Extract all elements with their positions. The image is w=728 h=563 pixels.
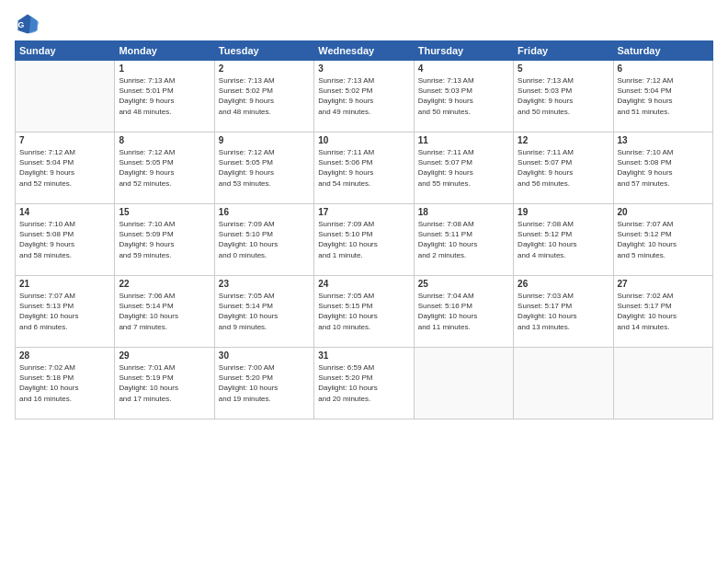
day-number: 8 <box>119 135 210 145</box>
day-info: Sunrise: 7:07 AM Sunset: 5:13 PM Dayligh… <box>19 291 110 332</box>
day-cell: 29Sunrise: 7:01 AM Sunset: 5:19 PM Dayli… <box>115 348 214 419</box>
day-number: 14 <box>19 207 110 217</box>
day-cell: 19Sunrise: 7:08 AM Sunset: 5:12 PM Dayli… <box>514 204 613 276</box>
week-row-1: 1Sunrise: 7:13 AM Sunset: 5:01 PM Daylig… <box>16 61 713 132</box>
day-cell: 9Sunrise: 7:12 AM Sunset: 5:05 PM Daylig… <box>214 132 313 204</box>
day-info: Sunrise: 7:13 AM Sunset: 5:02 PM Dayligh… <box>219 75 310 117</box>
day-info: Sunrise: 7:11 AM Sunset: 5:06 PM Dayligh… <box>318 147 409 189</box>
day-cell: 7Sunrise: 7:12 AM Sunset: 5:04 PM Daylig… <box>16 132 115 204</box>
day-number: 16 <box>219 207 310 217</box>
day-info: Sunrise: 7:10 AM Sunset: 5:08 PM Dayligh… <box>618 147 709 189</box>
day-header-saturday: Saturday <box>613 41 712 61</box>
day-header-friday: Friday <box>514 41 613 61</box>
day-cell: 13Sunrise: 7:10 AM Sunset: 5:08 PM Dayli… <box>613 132 712 204</box>
day-info: Sunrise: 6:59 AM Sunset: 5:20 PM Dayligh… <box>318 362 409 404</box>
day-number: 27 <box>618 279 709 289</box>
day-number: 17 <box>318 207 409 217</box>
day-cell: 24Sunrise: 7:05 AM Sunset: 5:15 PM Dayli… <box>314 276 414 348</box>
day-number: 20 <box>618 207 709 217</box>
day-number: 31 <box>318 350 409 361</box>
day-info: Sunrise: 7:08 AM Sunset: 5:11 PM Dayligh… <box>418 219 509 260</box>
day-header-tuesday: Tuesday <box>214 41 313 61</box>
day-number: 9 <box>219 135 310 145</box>
day-info: Sunrise: 7:10 AM Sunset: 5:08 PM Dayligh… <box>19 219 110 260</box>
day-number: 30 <box>219 350 310 361</box>
day-cell: 16Sunrise: 7:09 AM Sunset: 5:10 PM Dayli… <box>214 204 313 276</box>
day-number: 21 <box>19 279 110 289</box>
day-info: Sunrise: 7:13 AM Sunset: 5:02 PM Dayligh… <box>318 75 409 117</box>
day-info: Sunrise: 7:13 AM Sunset: 5:01 PM Dayligh… <box>119 75 210 117</box>
day-number: 1 <box>119 63 210 74</box>
day-cell: 23Sunrise: 7:05 AM Sunset: 5:14 PM Dayli… <box>214 276 313 348</box>
day-cell: 3Sunrise: 7:13 AM Sunset: 5:02 PM Daylig… <box>314 61 414 132</box>
day-cell <box>16 61 115 132</box>
day-info: Sunrise: 7:05 AM Sunset: 5:14 PM Dayligh… <box>219 291 310 332</box>
day-number: 24 <box>318 279 409 289</box>
day-cell: 30Sunrise: 7:00 AM Sunset: 5:20 PM Dayli… <box>214 348 313 419</box>
svg-text:G: G <box>18 20 25 29</box>
day-number: 3 <box>318 63 409 74</box>
day-cell: 12Sunrise: 7:11 AM Sunset: 5:07 PM Dayli… <box>514 132 613 204</box>
day-number: 12 <box>518 135 609 145</box>
day-header-wednesday: Wednesday <box>314 41 414 61</box>
week-row-2: 7Sunrise: 7:12 AM Sunset: 5:04 PM Daylig… <box>16 132 713 204</box>
day-cell: 21Sunrise: 7:07 AM Sunset: 5:13 PM Dayli… <box>16 276 115 348</box>
day-number: 6 <box>618 63 709 74</box>
week-row-3: 14Sunrise: 7:10 AM Sunset: 5:08 PM Dayli… <box>16 204 713 276</box>
day-number: 29 <box>119 350 210 361</box>
logo-icon: G <box>15 11 40 37</box>
day-cell: 8Sunrise: 7:12 AM Sunset: 5:05 PM Daylig… <box>115 132 214 204</box>
day-cell: 5Sunrise: 7:13 AM Sunset: 5:03 PM Daylig… <box>514 61 613 132</box>
day-info: Sunrise: 7:06 AM Sunset: 5:14 PM Dayligh… <box>119 291 210 332</box>
day-cell: 6Sunrise: 7:12 AM Sunset: 5:04 PM Daylig… <box>613 61 712 132</box>
day-cell: 18Sunrise: 7:08 AM Sunset: 5:11 PM Dayli… <box>414 204 513 276</box>
day-cell <box>613 348 712 419</box>
logo: G <box>15 11 44 37</box>
day-number: 10 <box>318 135 409 145</box>
day-info: Sunrise: 7:02 AM Sunset: 5:18 PM Dayligh… <box>19 362 110 404</box>
day-cell: 17Sunrise: 7:09 AM Sunset: 5:10 PM Dayli… <box>314 204 414 276</box>
week-row-5: 28Sunrise: 7:02 AM Sunset: 5:18 PM Dayli… <box>16 348 713 419</box>
day-cell: 31Sunrise: 6:59 AM Sunset: 5:20 PM Dayli… <box>314 348 414 419</box>
day-info: Sunrise: 7:03 AM Sunset: 5:17 PM Dayligh… <box>518 291 609 332</box>
day-cell: 25Sunrise: 7:04 AM Sunset: 5:16 PM Dayli… <box>414 276 513 348</box>
day-number: 4 <box>418 63 509 74</box>
day-number: 23 <box>219 279 310 289</box>
day-info: Sunrise: 7:09 AM Sunset: 5:10 PM Dayligh… <box>219 219 310 260</box>
day-info: Sunrise: 7:07 AM Sunset: 5:12 PM Dayligh… <box>618 219 709 260</box>
day-number: 5 <box>518 63 609 74</box>
day-number: 13 <box>618 135 709 145</box>
day-info: Sunrise: 7:13 AM Sunset: 5:03 PM Dayligh… <box>418 75 509 117</box>
day-number: 2 <box>219 63 310 74</box>
day-info: Sunrise: 7:10 AM Sunset: 5:09 PM Dayligh… <box>119 219 210 260</box>
day-cell <box>414 348 513 419</box>
day-number: 19 <box>518 207 609 217</box>
day-cell: 15Sunrise: 7:10 AM Sunset: 5:09 PM Dayli… <box>115 204 214 276</box>
day-info: Sunrise: 7:12 AM Sunset: 5:05 PM Dayligh… <box>119 147 210 189</box>
day-info: Sunrise: 7:11 AM Sunset: 5:07 PM Dayligh… <box>418 147 509 189</box>
day-number: 25 <box>418 279 509 289</box>
day-info: Sunrise: 7:02 AM Sunset: 5:17 PM Dayligh… <box>618 291 709 332</box>
day-cell: 10Sunrise: 7:11 AM Sunset: 5:06 PM Dayli… <box>314 132 414 204</box>
day-cell: 20Sunrise: 7:07 AM Sunset: 5:12 PM Dayli… <box>613 204 712 276</box>
day-info: Sunrise: 7:04 AM Sunset: 5:16 PM Dayligh… <box>418 291 509 332</box>
day-info: Sunrise: 7:05 AM Sunset: 5:15 PM Dayligh… <box>318 291 409 332</box>
calendar-page: G SundayMondayTuesdayWednesdayThursdayFr… <box>0 0 728 563</box>
day-cell: 2Sunrise: 7:13 AM Sunset: 5:02 PM Daylig… <box>214 61 313 132</box>
day-info: Sunrise: 7:12 AM Sunset: 5:04 PM Dayligh… <box>19 147 110 189</box>
day-number: 28 <box>19 350 110 361</box>
day-info: Sunrise: 7:00 AM Sunset: 5:20 PM Dayligh… <box>219 362 310 404</box>
day-info: Sunrise: 7:12 AM Sunset: 5:05 PM Dayligh… <box>219 147 310 189</box>
day-info: Sunrise: 7:01 AM Sunset: 5:19 PM Dayligh… <box>119 362 210 404</box>
day-header-sunday: Sunday <box>16 41 115 61</box>
day-number: 22 <box>119 279 210 289</box>
day-number: 11 <box>418 135 509 145</box>
day-cell: 14Sunrise: 7:10 AM Sunset: 5:08 PM Dayli… <box>16 204 115 276</box>
day-cell: 27Sunrise: 7:02 AM Sunset: 5:17 PM Dayli… <box>613 276 712 348</box>
day-header-monday: Monday <box>115 41 214 61</box>
day-number: 18 <box>418 207 509 217</box>
day-cell: 28Sunrise: 7:02 AM Sunset: 5:18 PM Dayli… <box>16 348 115 419</box>
day-cell: 4Sunrise: 7:13 AM Sunset: 5:03 PM Daylig… <box>414 61 513 132</box>
day-info: Sunrise: 7:12 AM Sunset: 5:04 PM Dayligh… <box>618 75 709 117</box>
calendar-body: 1Sunrise: 7:13 AM Sunset: 5:01 PM Daylig… <box>16 61 713 419</box>
